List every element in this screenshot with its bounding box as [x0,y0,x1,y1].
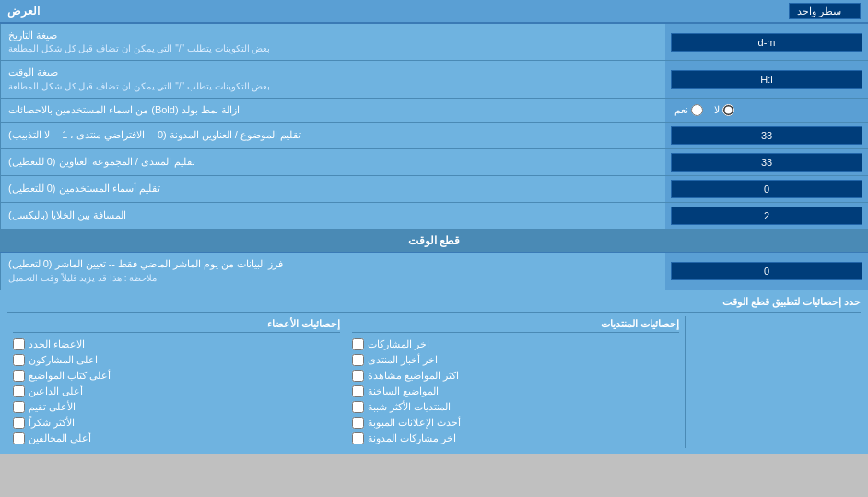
main-container: سطر واحدسطرينثلاثة أسطر العرض صيغة التار… [0,0,868,454]
forum-order-row: تقليم المنتدى / المجموعة العناوين (0 للت… [0,149,868,176]
header-title: العرض [7,5,40,18]
radio-no-label[interactable]: لا [714,104,734,116]
member-checkbox-6[interactable] [13,432,25,444]
cell-distance-input-cell[interactable] [665,203,868,229]
member-checkbox-2[interactable] [13,370,25,382]
bold-remove-label: ازالة نمط بولد (Bold) من اسماء المستخدمي… [0,99,665,122]
member-item-1[interactable]: اعلى المشاركون [13,352,340,368]
post-item-4[interactable]: المنتديات الأكثر شببة [352,399,679,415]
time-format-input-cell[interactable] [665,61,868,97]
user-names-input-cell[interactable] [665,176,868,202]
stats-col-members: إحصائيات الأعضاء الاعضاء الجدد اعلى المش… [7,316,346,448]
time-format-row: صيغة الوقت بعض التكوينات يتطلب "/" التي … [0,61,868,98]
post-checkbox-0[interactable] [352,338,364,350]
post-item-5[interactable]: أحدث الإعلانات المبوبة [352,415,679,431]
post-checkbox-1[interactable] [352,354,364,366]
topic-order-row: تقليم الموضوع / العناوين المدونة (0 -- ا… [0,123,868,149]
post-item-6[interactable]: اخر مشاركات المدونة [352,431,679,446]
post-checkbox-6[interactable] [352,432,364,444]
radio-yes[interactable] [691,104,703,116]
member-checkbox-4[interactable] [13,401,25,413]
date-format-label: صيغة التاريخ بعض التكوينات يتطلب "/" الت… [0,24,665,60]
date-format-input-cell[interactable] [665,24,868,60]
cell-distance-input[interactable] [671,207,862,225]
member-checkbox-0[interactable] [13,338,25,350]
cell-distance-label: المسافة بين الخلايا (بالبكسل) [0,203,665,229]
member-item-4[interactable]: الأعلى تقيم [13,399,340,415]
stats-title-row: حدد إحصائيات لتطبيق قطع الوقت [7,296,861,313]
forum-order-input[interactable] [671,153,862,172]
date-format-row: صيغة التاريخ بعض التكوينات يتطلب "/" الت… [0,24,868,61]
forum-order-label: تقليم المنتدى / المجموعة العناوين (0 للت… [0,149,665,175]
user-names-label: تقليم أسماء المستخدمين (0 للتعطيل) [0,176,665,202]
topic-order-input-cell[interactable] [665,123,868,148]
user-names-row: تقليم أسماء المستخدمين (0 للتعطيل) [0,176,868,203]
member-item-2[interactable]: أعلى كتاب المواضيع [13,368,340,384]
time-cut-input-cell[interactable] [665,253,868,289]
time-format-label: صيغة الوقت بعض التكوينات يتطلب "/" التي … [0,61,665,97]
stats-limit-label: حدد إحصائيات لتطبيق قطع الوقت [7,296,861,308]
bold-remove-row: لا نعم ازالة نمط بولد (Bold) من اسماء ال… [0,99,868,123]
time-cut-section-header: قطع الوقت [0,230,868,253]
stats-col-empty [685,316,861,448]
post-item-2[interactable]: اكثر المواضيع مشاهدة [352,368,679,384]
member-item-5[interactable]: الأكثر شكراً [13,415,340,431]
post-item-1[interactable]: اخر أخبار المنتدى [352,352,679,368]
post-checkbox-3[interactable] [352,385,364,397]
member-item-6[interactable]: أعلى المخالفين [13,431,340,446]
time-format-input[interactable] [671,70,862,89]
member-checkbox-1[interactable] [13,354,25,366]
radio-no[interactable] [722,104,734,116]
post-checkbox-5[interactable] [352,417,364,429]
cell-distance-row: المسافة بين الخلايا (بالبكسل) [0,203,868,230]
user-names-input[interactable] [671,180,862,198]
header-row: سطر واحدسطرينثلاثة أسطر العرض [0,0,868,24]
time-cut-input[interactable] [671,262,862,280]
post-checkbox-2[interactable] [352,370,364,382]
stats-grid: إحصائيات المنتديات اخر المشاركات اخر أخب… [7,316,861,448]
member-item-0[interactable]: الاعضاء الجدد [13,337,340,352]
topic-order-label: تقليم الموضوع / العناوين المدونة (0 -- ا… [0,123,665,148]
posts-col-title: إحصائيات المنتديات [352,318,679,333]
display-select-wrapper[interactable]: سطر واحدسطرينثلاثة أسطر [789,3,861,19]
stats-section: حدد إحصائيات لتطبيق قطع الوقت إحصائيات ا… [0,290,868,454]
bold-radio-cell[interactable]: لا نعم [665,99,868,122]
time-cut-row: فرز البيانات من يوم الماشر الماضي فقط --… [0,253,868,290]
topic-order-input[interactable] [671,126,862,145]
post-item-3[interactable]: المواضيع الساخنة [352,384,679,399]
member-checkbox-3[interactable] [13,385,25,397]
members-col-title: إحصائيات الأعضاء [13,318,340,333]
post-item-0[interactable]: اخر المشاركات [352,337,679,352]
post-checkbox-4[interactable] [352,401,364,413]
radio-yes-label[interactable]: نعم [674,104,703,116]
time-cut-label: فرز البيانات من يوم الماشر الماضي فقط --… [0,253,665,289]
date-format-input[interactable] [671,33,862,52]
forum-order-input-cell[interactable] [665,149,868,175]
stats-col-posts: إحصائيات المنتديات اخر المشاركات اخر أخب… [346,316,685,448]
display-select[interactable]: سطر واحدسطرينثلاثة أسطر [789,3,861,19]
member-item-3[interactable]: أعلى الداعين [13,384,340,399]
member-checkbox-5[interactable] [13,417,25,429]
